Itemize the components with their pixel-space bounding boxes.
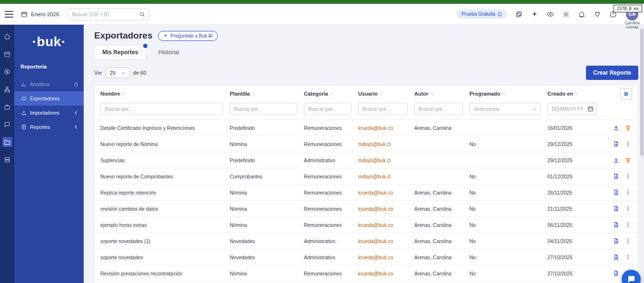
- global-search[interactable]: [68, 8, 149, 20]
- filter-programado-select[interactable]: Seleccionar: [469, 103, 541, 115]
- cell-categoria: Remuneraciones: [304, 271, 358, 276]
- cell-plantilla: Novedades: [230, 238, 304, 244]
- buk-ai-button[interactable]: Pregúntale a Buk AI: [158, 31, 217, 41]
- trash-icon[interactable]: [625, 157, 631, 163]
- hamburger-menu-icon[interactable]: [5, 11, 13, 18]
- filter-nombre-input[interactable]: [100, 103, 223, 115]
- sliders-icon: [623, 91, 629, 97]
- calendar-icon[interactable]: [587, 106, 594, 112]
- home-icon[interactable]: [2, 31, 12, 41]
- sidebar-item-importadores[interactable]: Importadores: [14, 106, 84, 120]
- kebab-menu-icon[interactable]: [625, 254, 631, 260]
- trash-icon[interactable]: [625, 125, 631, 131]
- cards-icon[interactable]: [2, 155, 12, 165]
- organization-icon[interactable]: [2, 84, 12, 94]
- scrollbar-thumb[interactable]: [640, 29, 644, 156]
- sidebar-item-label: Analítica: [30, 81, 49, 87]
- kebab-menu-icon[interactable]: [625, 222, 631, 228]
- sort-icon[interactable]: ↑↓: [252, 92, 254, 96]
- page-size-select[interactable]: 25: [106, 68, 130, 78]
- search-icon: [139, 11, 145, 17]
- export-icon[interactable]: [613, 254, 619, 260]
- cell-usuario-link[interactable]: mdiazi@buk.cl: [358, 141, 390, 147]
- export-icon[interactable]: [613, 173, 619, 179]
- tab-historial[interactable]: Historial: [158, 49, 179, 56]
- table-row: Nuevo reporte de ComprobantesComprobante…: [95, 168, 638, 184]
- cell-usuario-link[interactable]: mdiazi@buk.cl: [358, 174, 390, 179]
- cell-categoria: Administrativo: [304, 157, 358, 163]
- download-icon[interactable]: [613, 125, 619, 131]
- sparkle-icon[interactable]: [531, 10, 538, 18]
- cell-usuario-link[interactable]: krueda@buk.co: [358, 222, 393, 228]
- table-row: Revisión prestaciones recontrataciónNómi…: [95, 265, 638, 281]
- chat-icon[interactable]: [2, 119, 12, 129]
- scrollbar[interactable]: [640, 29, 644, 283]
- user-name-label: Carolina Arenas: [621, 21, 644, 30]
- kebab-menu-icon[interactable]: [625, 189, 631, 195]
- kebab-menu-icon[interactable]: [625, 205, 631, 212]
- payroll-money-icon[interactable]: [2, 67, 12, 77]
- kebab-menu-icon[interactable]: [625, 141, 631, 147]
- chevron-icon: [73, 124, 79, 130]
- column-settings-button[interactable]: [620, 88, 632, 100]
- trial-badge[interactable]: Prueba Gratuita: [457, 10, 507, 19]
- integrations-plug-icon[interactable]: [594, 10, 601, 18]
- eye-icon[interactable]: [546, 10, 554, 18]
- bell-icon[interactable]: [578, 10, 585, 18]
- row-actions: [609, 238, 632, 244]
- cell-creado-en: 16/01/2026: [547, 125, 609, 131]
- cell-usuario-link[interactable]: krueda@buk.co: [358, 206, 393, 212]
- filter-categoria-input[interactable]: [304, 103, 351, 115]
- create-report-button[interactable]: Crear Reporte: [586, 66, 638, 80]
- cell-creado-en: 26/11/2025: [547, 190, 609, 195]
- tab-mis-reportes[interactable]: Mis Reportes: [94, 45, 146, 59]
- period-selector[interactable]: Enero 2026: [21, 11, 59, 18]
- gear-icon[interactable]: [562, 10, 570, 18]
- sort-icon[interactable]: ↑↓: [430, 92, 433, 96]
- sidebar-item-exportadores[interactable]: Exportadores: [14, 91, 84, 106]
- cell-usuario-link[interactable]: krueda@buk.co: [358, 271, 393, 276]
- cell-creado-en: 04/11/2025: [547, 238, 609, 244]
- table-row: Nuevo reporte de NóminaNóminaRemuneracio…: [95, 136, 638, 152]
- export-icon[interactable]: [613, 189, 619, 195]
- sort-icon[interactable]: ↑↓: [380, 92, 382, 96]
- cell-usuario-link[interactable]: krueda@buk.co: [358, 238, 393, 244]
- sort-icon[interactable]: ↑↓: [122, 92, 125, 96]
- period-label: Enero 2026: [31, 11, 59, 17]
- filter-autor-input[interactable]: [414, 103, 463, 115]
- cell-nombre: Nuevo reporte de Comprobantes: [100, 174, 230, 179]
- download-icon[interactable]: [613, 157, 619, 163]
- kebab-menu-icon[interactable]: [625, 238, 631, 244]
- cell-usuario-link[interactable]: krueda@buk.co: [358, 125, 393, 131]
- export-icon[interactable]: [613, 238, 619, 244]
- export-icon[interactable]: [613, 205, 619, 212]
- reports-folder-icon[interactable]: [2, 137, 12, 147]
- total-count-label: de 60: [133, 70, 146, 76]
- windows-copy-icon[interactable]: [515, 10, 523, 18]
- calendar-tasks-icon[interactable]: [2, 49, 12, 59]
- export-icon[interactable]: [613, 270, 619, 276]
- filter-usuario-input[interactable]: [358, 103, 408, 115]
- briefcase-icon[interactable]: [2, 102, 12, 112]
- cell-programado: No: [469, 174, 547, 179]
- sort-icon[interactable]: ↑↓: [330, 92, 333, 96]
- export-icon[interactable]: [613, 141, 619, 147]
- sort-icon[interactable]: ↑↓: [575, 92, 578, 96]
- export-icon[interactable]: [613, 222, 619, 228]
- sort-icon[interactable]: ↑↓: [502, 92, 505, 96]
- sidebar-item-analitica[interactable]: Analítica: [14, 77, 84, 91]
- sidebar-item-reportes[interactable]: Reportes: [14, 120, 84, 134]
- cell-autor: Arenas, Carolina: [414, 271, 469, 276]
- cell-plantilla: Nómina: [230, 141, 304, 147]
- row-actions: [609, 157, 632, 163]
- cell-usuario-link[interactable]: mdiazi@buk.cl: [358, 157, 390, 163]
- cell-programado: No: [469, 238, 547, 244]
- cell-autor: Arenas, Carolina: [414, 238, 469, 244]
- cell-usuario-link[interactable]: krueda@buk.co: [358, 190, 393, 195]
- kebab-menu-icon[interactable]: [625, 173, 631, 179]
- filter-plantilla-input[interactable]: [230, 103, 297, 115]
- main-content: Exportadores Pregúntale a Buk AI Mis Rep…: [84, 25, 644, 283]
- reports-table: Nombre↑↓ Plantilla↑↓ Categoría↑↓ Usuario…: [94, 85, 638, 283]
- search-input[interactable]: [72, 11, 139, 17]
- cell-usuario-link[interactable]: krueda@buk.co: [358, 254, 393, 260]
